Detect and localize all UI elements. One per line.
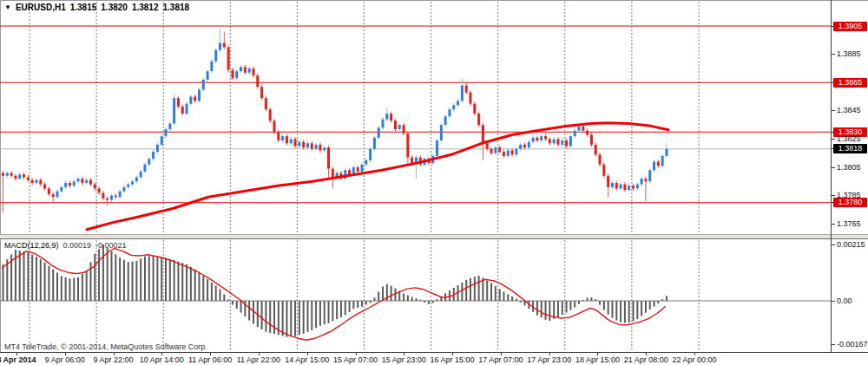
price-axis-label: 1.3765 [837, 219, 861, 229]
time-axis-label: 22 Apr 00:00 [658, 355, 731, 364]
macd-axis-label: 0.00215 [837, 240, 865, 250]
price-axis-tick [832, 139, 835, 140]
hline-price-label: 1.3905 [833, 22, 867, 31]
price-axis-tick [832, 167, 835, 168]
mt4-chart-window: ▼ EURUSD,H1 1.3815 1.3820 1.3812 1.3818 … [0, 0, 868, 365]
macd-name: MACD(12,26,9) [4, 241, 59, 250]
copyright-text: MT4 TeleTrade, © 2001-2014, MetaQuotes S… [4, 342, 207, 351]
price-axis-tick [832, 224, 835, 225]
current-price-label: 1.3818 [833, 144, 867, 153]
price-axis-tick [832, 110, 835, 111]
title-close: 1.3818 [163, 3, 190, 12]
grid-layer [30, 2, 699, 351]
price-axis-label: 1.3825 [837, 134, 861, 144]
macd-main-value: 0.00019 [63, 241, 92, 250]
macd-axis-label: 0.00 [837, 297, 852, 306]
macd-axis-tick [832, 244, 835, 245]
price-axis[interactable]: 1.39051.38851.38651.38451.38301.38251.38… [831, 0, 868, 352]
title-open: 1.3815 [70, 3, 97, 12]
macd-axis-tick [832, 344, 835, 345]
hlines-layer [0, 26, 831, 203]
macd-indicator-label: MACD(12,26,9) 0.00019 -0.00021 [4, 241, 127, 250]
macd-axis-tick [832, 301, 835, 302]
title-low: 1.3812 [132, 3, 159, 12]
price-axis-label: 1.3805 [837, 163, 861, 173]
chart-title: ▼ EURUSD,H1 1.3815 1.3820 1.3812 1.3818 [4, 3, 189, 12]
price-axis-label: 1.3885 [837, 49, 861, 59]
chart-canvas [0, 0, 868, 365]
macd-signal-line [2, 249, 666, 341]
candles-layer [2, 29, 667, 212]
price-axis-tick [832, 195, 835, 196]
panel-splitter[interactable] [0, 234, 868, 239]
macd-signal-value: -0.00021 [95, 241, 127, 250]
symbol-dropdown-icon[interactable]: ▼ [4, 3, 11, 12]
hline-price-label: 1.3865 [833, 78, 867, 88]
price-axis-label: 1.3845 [837, 106, 861, 115]
symbol-period-label: EURUSD,H1 [16, 3, 66, 12]
hline-price-label: 1.3780 [833, 198, 867, 207]
time-axis[interactable]: 8 Apr 20149 Apr 06:009 Apr 22:0010 Apr 1… [0, 352, 868, 365]
title-high: 1.3820 [101, 3, 128, 12]
macd-axis-label: -0.00167 [837, 340, 868, 349]
ma-line [87, 123, 668, 230]
price-axis-tick [832, 54, 835, 55]
